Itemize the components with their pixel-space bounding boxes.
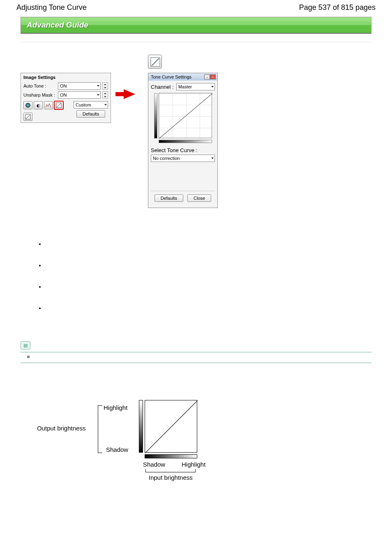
chevron-down-icon [211,86,214,88]
image-settings-title: Image Settings [21,73,111,81]
auto-tone-value: ON [60,83,67,88]
list-item [45,262,371,284]
square-bullet-icon [27,356,30,358]
output-brightness-label: Output brightness [37,425,85,432]
gradient-horizontal [145,454,197,458]
channel-label: Channel : [151,84,174,90]
close-icon[interactable]: × [210,74,216,79]
list-item [45,305,371,326]
spinner[interactable] [102,91,108,99]
divider [21,352,371,352]
tone-curve-icon[interactable] [54,101,63,109]
auto-tone-label: Auto Tone : [23,83,56,88]
highlight-label: Highlight [104,404,127,411]
caret-down-icon [104,87,106,88]
tone-curve-tool-icon [148,55,162,69]
caret-up-icon [104,84,106,85]
shadow-label: Shadow [106,446,128,453]
select-tone-curve-value: No correction [153,156,180,161]
dialog-close-button[interactable]: Close [187,194,211,202]
unsharp-mask-label: Unsharp Mask : [23,92,56,97]
tone-curve-canvas[interactable] [159,93,212,138]
list-item [45,284,371,305]
svg-line-7 [145,400,198,453]
brightness-icon[interactable]: ◐ [34,101,43,109]
caret-up-icon [104,93,106,94]
saturation-icon[interactable] [23,101,32,109]
diagram-canvas [145,400,197,453]
histogram-icon[interactable] [44,101,53,109]
caret-down-icon [104,96,106,97]
select-tone-curve-label: Select Tone Curve : [151,147,215,153]
spinner[interactable] [102,82,108,90]
gradient-horizontal [159,140,212,143]
defaults-button[interactable]: Defaults [76,110,105,118]
shadow-bottom-label: Shadow [143,461,165,468]
auto-tone-select[interactable]: ON [58,82,101,90]
divider [21,363,371,363]
custom-value: Custom [76,102,91,107]
unsharp-mask-select[interactable]: ON [58,91,101,99]
gradient-vertical [139,400,143,453]
divider [21,42,371,42]
bracket-icon [98,405,104,453]
bracket-horizontal-icon [145,468,196,472]
input-brightness-label: Input brightness [149,474,193,481]
chevron-down-icon [97,85,99,87]
arrow-right-icon [124,89,135,99]
chevron-down-icon [97,94,99,96]
dialog-title: Tone Curve Settings [151,74,191,79]
channel-select[interactable]: Master [176,83,215,90]
banner-text: Advanced Guide [27,21,88,29]
tone-curve-diagram: Output brightness Highlight Shadow Shado… [37,392,210,486]
dialog-defaults-button[interactable]: Defaults [154,194,183,202]
minimize-icon[interactable]: – [204,74,210,79]
advanced-guide-banner: Advanced Guide [21,17,371,34]
chevron-down-icon [104,104,107,106]
list-item [45,241,371,262]
page-number: Page 537 of 815 pages [299,3,376,12]
gradient-vertical [154,93,157,139]
note-book-icon: ▤ [21,341,30,349]
highlight-bottom-label: Highlight [182,461,205,468]
custom-select[interactable]: Custom [74,101,108,109]
select-tone-curve[interactable]: No correction [151,155,215,162]
page-title: Adjusting Tone Curve [16,3,87,12]
tone-curve-settings-dialog: Tone Curve Settings – × Channel : Master [148,73,218,208]
channel-value: Master [178,84,192,89]
final-review-icon[interactable] [23,113,32,121]
image-settings-panel: Image Settings Auto Tone : ON Unsharp Ma… [21,73,111,123]
chevron-down-icon [211,157,214,159]
unsharp-mask-value: ON [60,92,67,97]
svg-line-6 [159,93,212,139]
bullet-list [21,241,371,326]
